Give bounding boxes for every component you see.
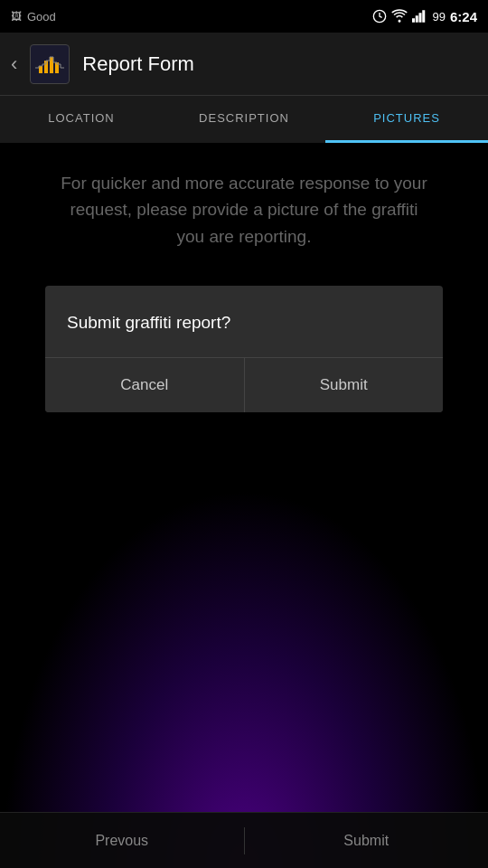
battery-level: 99 bbox=[433, 10, 446, 24]
svg-rect-6 bbox=[39, 66, 42, 73]
submit-button[interactable]: Submit bbox=[245, 833, 489, 849]
background-gradient bbox=[0, 488, 488, 868]
dialog-box: Submit graffiti report? Cancel Submit bbox=[45, 286, 443, 412]
svg-rect-2 bbox=[415, 15, 418, 23]
svg-rect-8 bbox=[50, 57, 53, 73]
tab-description[interactable]: DESCRIPTION bbox=[163, 96, 325, 143]
main-content: For quicker and more accurate response t… bbox=[0, 143, 488, 430]
dialog-buttons: Cancel Submit bbox=[45, 358, 443, 412]
status-bar: 🖼 Good 99 6:24 bbox=[0, 0, 488, 33]
back-button[interactable]: ‹ bbox=[11, 52, 17, 76]
bottom-nav: Prevous Submit bbox=[0, 812, 488, 868]
time-display: 6:24 bbox=[450, 9, 477, 24]
submit-dialog-button[interactable]: Submit bbox=[245, 358, 444, 412]
svg-rect-3 bbox=[418, 13, 421, 23]
app-header: ‹ Report Form bbox=[0, 33, 488, 96]
status-icons: 99 6:24 bbox=[372, 9, 478, 24]
page-title: Report Form bbox=[82, 52, 193, 76]
content-wrapper: For quicker and more accurate response t… bbox=[45, 170, 443, 412]
svg-rect-4 bbox=[422, 10, 425, 23]
clock-icon bbox=[372, 9, 387, 24]
app-logo bbox=[30, 44, 70, 84]
logo-icon bbox=[35, 50, 64, 79]
instruction-text: For quicker and more accurate response t… bbox=[54, 170, 434, 250]
cancel-button[interactable]: Cancel bbox=[45, 358, 245, 412]
dialog-message: Submit graffiti report? bbox=[45, 286, 443, 357]
wifi-icon bbox=[391, 9, 408, 24]
previous-button[interactable]: Prevous bbox=[0, 833, 244, 849]
status-bar-left: 🖼 Good bbox=[11, 10, 56, 24]
signal-icon bbox=[412, 9, 428, 24]
tab-bar: LOCATION DESCRIPTION PICTURES bbox=[0, 96, 488, 143]
thumbnail-icon: 🖼 bbox=[11, 10, 22, 23]
tab-location[interactable]: LOCATION bbox=[0, 96, 163, 143]
notification-label: Good bbox=[27, 10, 56, 24]
tab-pictures[interactable]: PICTURES bbox=[325, 96, 488, 143]
svg-rect-1 bbox=[412, 18, 415, 23]
